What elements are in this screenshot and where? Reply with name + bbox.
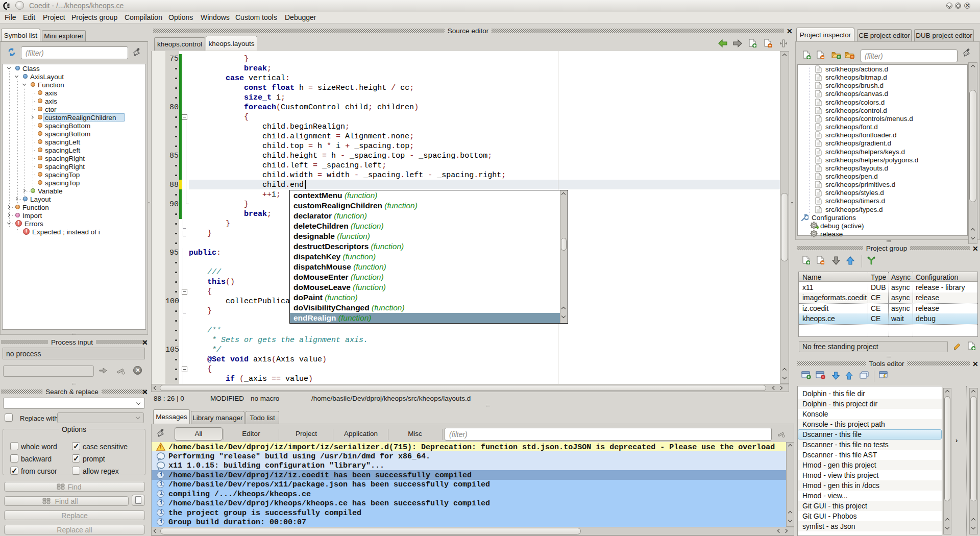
svg-text:!: !: [160, 445, 161, 450]
